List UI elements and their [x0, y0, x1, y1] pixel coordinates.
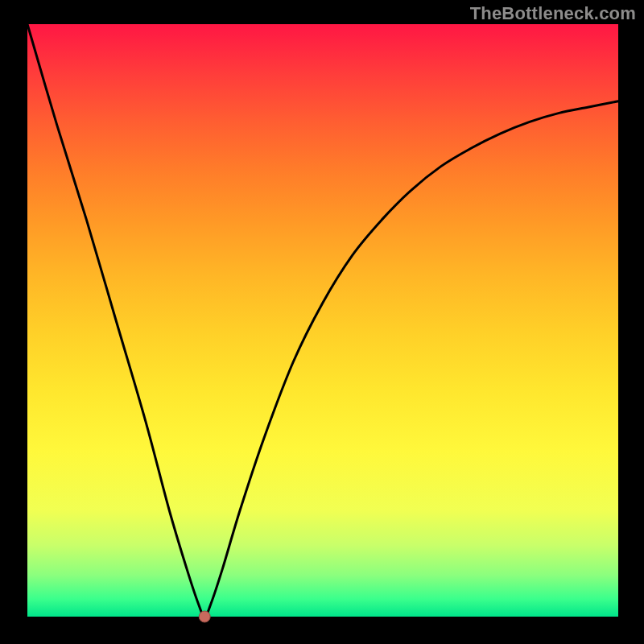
watermark-text: TheBottleneck.com	[470, 3, 636, 24]
optimum-marker	[199, 611, 210, 622]
chart-svg	[0, 0, 644, 644]
chart-frame: { "watermark": "TheBottleneck.com", "col…	[0, 0, 644, 644]
